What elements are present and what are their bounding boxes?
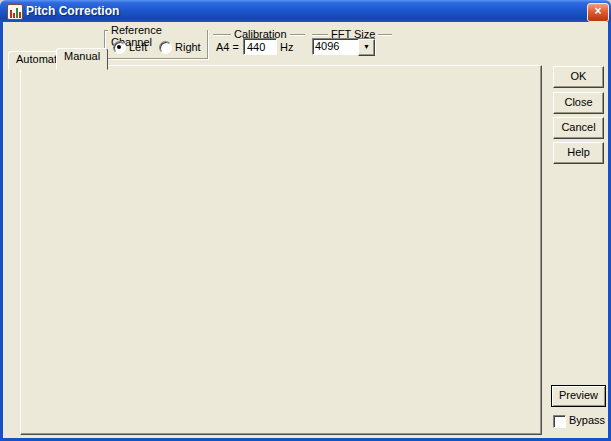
radio-right-label: Right: [175, 41, 201, 53]
pitch-correction-dialog: Pitch Correction × Reference Channel Lef…: [0, 0, 611, 441]
tab-manual[interactable]: Manual: [56, 48, 108, 70]
cancel-button[interactable]: Cancel: [553, 117, 604, 139]
bypass-checkbox[interactable]: [553, 415, 566, 428]
help-button[interactable]: Help: [553, 142, 604, 164]
preview-button[interactable]: Preview: [551, 385, 606, 407]
bypass-label: Bypass: [569, 414, 605, 426]
close-window-button[interactable]: ×: [587, 3, 609, 22]
window-title: Pitch Correction: [26, 4, 119, 18]
close-button[interactable]: Close: [553, 92, 604, 114]
ok-button[interactable]: OK: [553, 66, 604, 88]
fft-size-dropdown[interactable]: 4096 ▼: [312, 38, 376, 55]
app-icon: [7, 4, 23, 20]
radio-right[interactable]: [159, 41, 172, 54]
title-bar[interactable]: Pitch Correction ×: [0, 0, 611, 22]
calibration-suffix-label: Hz: [280, 41, 293, 53]
chevron-down-icon: ▼: [363, 43, 370, 50]
fft-size-group: FFT Size: [312, 34, 392, 35]
tab-page: [20, 65, 542, 435]
radio-left-label: Left: [129, 41, 147, 53]
calibration-input[interactable]: [243, 38, 277, 55]
calibration-prefix-label: A4 =: [216, 41, 239, 53]
radio-left[interactable]: [113, 41, 126, 54]
fft-size-dropdown-arrow[interactable]: ▼: [358, 39, 375, 56]
fft-size-value: 4096: [315, 40, 339, 52]
close-icon: ×: [594, 4, 601, 18]
calibration-group: Calibration: [213, 34, 305, 35]
